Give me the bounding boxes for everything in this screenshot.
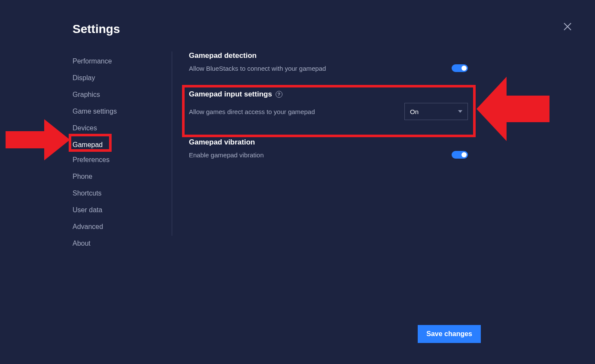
sidebar-item-display[interactable]: Display	[73, 71, 95, 85]
section-title-detection: Gamepad detection	[189, 51, 468, 60]
sidebar-item-preferences[interactable]: Preferences	[73, 153, 109, 167]
sidebar-item-game-settings[interactable]: Game settings	[73, 104, 117, 119]
content-panel: Gamepad detection Allow BlueStacks to co…	[189, 51, 468, 173]
vertical-divider	[172, 51, 172, 236]
toggle-gamepad-detection[interactable]	[452, 64, 468, 72]
sidebar-item-about[interactable]: About	[73, 236, 91, 251]
close-icon	[562, 21, 573, 32]
sidebar-item-performance[interactable]: Performance	[73, 54, 112, 69]
section-title-input: Gamepad input settings	[189, 90, 272, 99]
svg-marker-3	[477, 77, 549, 141]
save-changes-button[interactable]: Save changes	[418, 325, 481, 343]
section-desc-detection: Allow BlueStacks to connect with your ga…	[189, 65, 326, 72]
sidebar-item-advanced[interactable]: Advanced	[73, 220, 103, 234]
sidebar-item-gamepad[interactable]: Gamepad	[73, 138, 103, 150]
section-gamepad-vibration: Gamepad vibration Enable gamepad vibrati…	[189, 138, 468, 159]
annotation-arrow-right	[477, 77, 549, 141]
section-gamepad-input: Gamepad input settings ? Allow games dir…	[189, 90, 468, 120]
sidebar-item-devices[interactable]: Devices	[73, 121, 97, 135]
sidebar-item-shortcuts[interactable]: Shortcuts	[73, 186, 102, 201]
dropdown-gamepad-input[interactable]: On	[404, 103, 468, 120]
section-desc-vibration: Enable gamepad vibration	[189, 151, 264, 159]
section-gamepad-detection: Gamepad detection Allow BlueStacks to co…	[189, 51, 468, 72]
sidebar-item-graphics[interactable]: Graphics	[73, 87, 100, 102]
chevron-down-icon	[458, 110, 462, 113]
dropdown-value: On	[410, 108, 419, 115]
sidebar-item-phone[interactable]: Phone	[73, 169, 92, 184]
annotation-arrow-left	[6, 119, 70, 160]
sidebar-item-user-data[interactable]: User data	[73, 203, 102, 217]
section-desc-input: Allow games direct access to your gamepa…	[189, 108, 315, 115]
help-icon[interactable]: ?	[276, 91, 282, 98]
close-button[interactable]	[562, 21, 573, 32]
sidebar: Performance Display Graphics Game settin…	[73, 54, 163, 253]
toggle-gamepad-vibration[interactable]	[452, 151, 468, 159]
page-title: Settings	[73, 22, 120, 36]
section-title-vibration: Gamepad vibration	[189, 138, 468, 147]
svg-marker-2	[6, 119, 70, 160]
